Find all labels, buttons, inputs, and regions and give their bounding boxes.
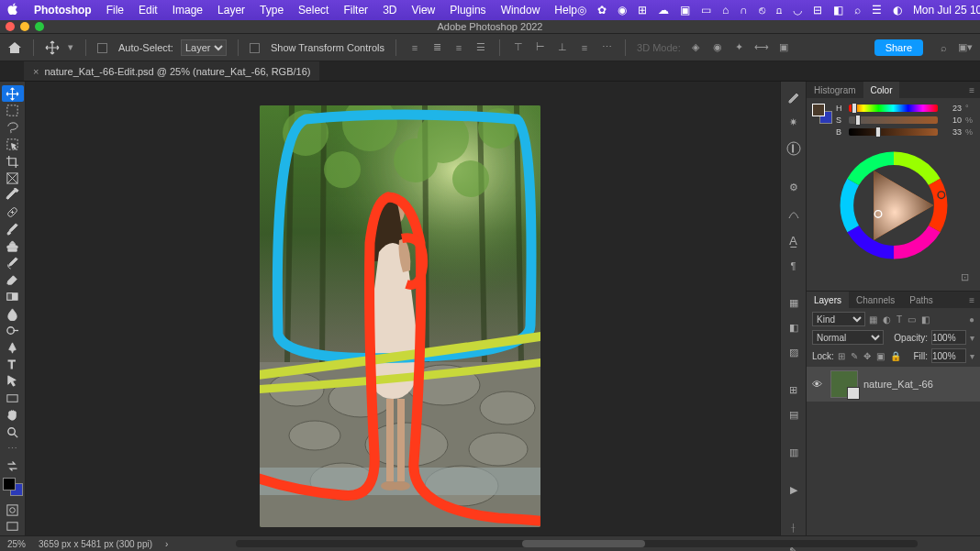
layer-name[interactable]: nature_Kat_-66: [863, 379, 933, 390]
history-icon[interactable]: ▥: [785, 446, 802, 458]
align-left-icon[interactable]: ≡: [407, 40, 422, 55]
canvas-area[interactable]: [26, 82, 780, 535]
paragraph-icon[interactable]: ¶: [785, 260, 802, 271]
menu-image[interactable]: Image: [173, 4, 203, 17]
menu-3d[interactable]: 3D: [383, 4, 396, 17]
color-wheel[interactable]: [833, 145, 954, 266]
doc-info[interactable]: 3659 px x 5481 px (300 ppi): [39, 539, 152, 549]
document-tab[interactable]: × nature_Kat_-66-Edit.psd @ 25% (nature_…: [24, 61, 319, 81]
search-icon[interactable]: ⌕: [854, 4, 861, 17]
status-icon[interactable]: ⌂: [722, 4, 729, 17]
color-swatches[interactable]: [3, 478, 23, 496]
share-button[interactable]: Share: [874, 39, 923, 56]
character-icon[interactable]: A̲: [785, 234, 802, 248]
pen-tool[interactable]: [2, 339, 24, 356]
opacity-dropdown-icon[interactable]: ▾: [970, 333, 974, 343]
sat-slider[interactable]: [849, 116, 938, 124]
filter-type-icon[interactable]: T: [896, 314, 902, 325]
tab-histogram[interactable]: Histogram: [807, 82, 863, 98]
filter-pixel-icon[interactable]: ▦: [869, 314, 877, 325]
eraser-tool[interactable]: [2, 271, 24, 288]
control-center-icon[interactable]: ☰: [872, 4, 882, 17]
brush-settings-icon[interactable]: [785, 89, 802, 104]
fill-input[interactable]: [931, 348, 966, 363]
filter-adjust-icon[interactable]: ◐: [883, 314, 891, 325]
screenmode-icon[interactable]: [2, 518, 24, 534]
spot-healing-tool[interactable]: [2, 204, 24, 220]
blend-mode-dropdown[interactable]: Normal: [812, 330, 884, 345]
swatches-icon[interactable]: ▦: [785, 297, 802, 309]
libraries-icon[interactable]: ▤: [785, 409, 802, 421]
move-tool[interactable]: [2, 85, 24, 102]
patterns-icon[interactable]: ▨: [785, 347, 802, 358]
lock-transparent-icon[interactable]: ⊞: [838, 351, 845, 361]
menu-layer[interactable]: Layer: [217, 4, 245, 17]
zoom-window-button[interactable]: [35, 22, 44, 31]
status-icon[interactable]: ☁: [658, 4, 669, 17]
menu-type[interactable]: Type: [260, 4, 284, 17]
align-center-h-icon[interactable]: ≣: [429, 40, 444, 55]
styles-icon[interactable]: [785, 206, 802, 221]
zoom-tool[interactable]: [2, 424, 24, 440]
align-top-icon[interactable]: ⊤: [511, 40, 526, 55]
menu-file[interactable]: File: [106, 4, 124, 17]
status-icon[interactable]: ▭: [701, 4, 711, 17]
adjustments-icon[interactable]: ⚙: [785, 182, 802, 193]
layer-row[interactable]: 👁 nature_Kat_-66: [807, 367, 980, 402]
status-icon[interactable]: ⊟: [813, 4, 822, 17]
play-icon[interactable]: ▶: [785, 484, 802, 496]
menu-window[interactable]: Window: [501, 4, 540, 17]
align-center-v-icon[interactable]: ⊢: [533, 40, 548, 55]
tab-color[interactable]: Color: [863, 82, 900, 98]
filter-smart-icon[interactable]: ◧: [921, 314, 930, 325]
status-icon[interactable]: ⊞: [638, 4, 647, 17]
type-tool[interactable]: T: [2, 356, 24, 372]
apple-menu-icon[interactable]: [7, 3, 19, 17]
status-icon[interactable]: ◧: [833, 4, 843, 17]
fill-dropdown-icon[interactable]: ▾: [970, 351, 974, 361]
home-icon[interactable]: [7, 40, 22, 55]
edit-toolbar-icon[interactable]: ⋯: [2, 441, 24, 457]
brush-tool[interactable]: [2, 221, 24, 237]
close-tab-icon[interactable]: ×: [33, 66, 39, 77]
clock[interactable]: Mon Jul 25 10:19 PM: [913, 4, 980, 17]
hand-tool[interactable]: [2, 407, 24, 424]
tab-paths[interactable]: Paths: [902, 292, 941, 308]
menu-help[interactable]: Help: [554, 4, 577, 17]
menu-filter[interactable]: Filter: [343, 4, 368, 17]
menu-edit[interactable]: Edit: [139, 4, 158, 17]
quickmask-icon[interactable]: [2, 501, 24, 518]
filter-toggle-icon[interactable]: ●: [969, 314, 974, 325]
info-icon[interactable]: i: [785, 141, 802, 156]
wifi-icon[interactable]: ◡: [793, 4, 802, 17]
opacity-input[interactable]: [931, 330, 966, 345]
history-brush-tool[interactable]: [2, 255, 24, 271]
move-tool-icon[interactable]: [45, 40, 60, 55]
hue-value[interactable]: [941, 104, 962, 113]
lock-artboard-icon[interactable]: ▣: [876, 351, 885, 361]
show-transform-checkbox[interactable]: [250, 41, 263, 53]
siri-icon[interactable]: ◐: [893, 4, 902, 17]
path-selection-tool[interactable]: [2, 373, 24, 390]
visibility-toggle-icon[interactable]: 👁: [812, 379, 825, 390]
status-icon[interactable]: ◎: [577, 4, 586, 17]
bri-slider[interactable]: [849, 128, 938, 136]
tab-channels[interactable]: Channels: [849, 292, 902, 308]
status-icon[interactable]: ✿: [597, 4, 607, 17]
gradient-tool[interactable]: [2, 288, 24, 304]
crop-tool[interactable]: [2, 153, 24, 170]
move-dropdown-icon[interactable]: ▾: [67, 40, 74, 55]
lock-position-icon[interactable]: ✥: [863, 351, 871, 361]
document-canvas[interactable]: [260, 105, 540, 527]
expand-panel-icon[interactable]: ⊡: [961, 271, 969, 283]
app-menu[interactable]: Photoshop: [34, 4, 92, 17]
actions-icon[interactable]: ⊞: [785, 384, 802, 396]
status-icon[interactable]: ◉: [618, 4, 627, 17]
foreground-color-swatch[interactable]: [3, 478, 16, 490]
lasso-tool[interactable]: [2, 119, 24, 136]
status-icon[interactable]: ∩: [740, 4, 748, 17]
filter-kind-dropdown[interactable]: Kind: [812, 312, 865, 326]
menu-view[interactable]: View: [411, 4, 435, 17]
ruler-icon[interactable]: ⟊: [785, 522, 802, 533]
panel-menu-icon[interactable]: ≡: [962, 292, 980, 308]
